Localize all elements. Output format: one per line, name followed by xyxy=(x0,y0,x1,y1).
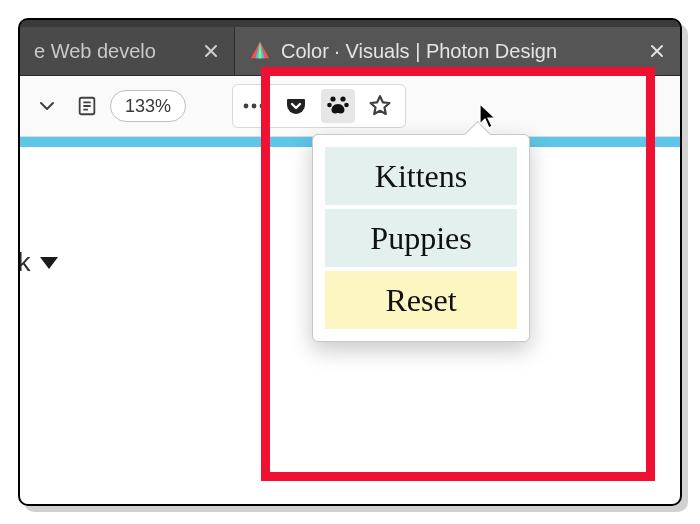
svg-point-9 xyxy=(260,104,265,109)
more-menu-icon[interactable] xyxy=(237,89,271,123)
tab-label: e Web develo xyxy=(34,40,190,63)
dropdown-icon[interactable] xyxy=(30,89,64,123)
pocket-icon[interactable] xyxy=(279,89,313,123)
tab-active[interactable]: Color · Visuals | Photon Design xyxy=(235,27,680,75)
photon-favicon-icon xyxy=(249,40,271,62)
tab-label: Color · Visuals | Photon Design xyxy=(281,40,636,63)
popup-option-puppies[interactable]: Puppies xyxy=(325,209,517,267)
popup-option-label: Kittens xyxy=(375,158,467,195)
svg-point-8 xyxy=(252,104,257,109)
bookmark-star-icon[interactable] xyxy=(363,89,397,123)
page-text-fragment: ack xyxy=(18,247,58,278)
caret-down-icon xyxy=(40,257,58,269)
tab-inactive[interactable]: e Web develo xyxy=(20,27,235,75)
zoom-level[interactable]: 133% xyxy=(110,90,186,122)
svg-point-12 xyxy=(327,103,332,108)
tab-strip: e Web develo Color · Visuals | Photon De… xyxy=(20,20,680,75)
svg-point-13 xyxy=(344,103,349,108)
reader-view-icon[interactable] xyxy=(70,89,104,123)
close-icon[interactable] xyxy=(644,38,670,64)
url-bar-actions xyxy=(232,84,406,128)
page-text: ack xyxy=(18,247,30,278)
close-icon[interactable] xyxy=(198,38,224,64)
popup-option-reset[interactable]: Reset xyxy=(325,271,517,329)
popup-option-label: Puppies xyxy=(370,220,471,257)
extension-popup: Kittens Puppies Reset xyxy=(312,134,530,342)
popup-option-label: Reset xyxy=(385,282,456,319)
paw-extension-icon[interactable] xyxy=(321,89,355,123)
svg-point-11 xyxy=(340,96,345,101)
svg-point-10 xyxy=(330,96,335,101)
zoom-value: 133% xyxy=(125,96,171,117)
svg-point-7 xyxy=(244,104,249,109)
toolbar: 133% xyxy=(20,75,680,137)
popup-option-kittens[interactable]: Kittens xyxy=(325,147,517,205)
